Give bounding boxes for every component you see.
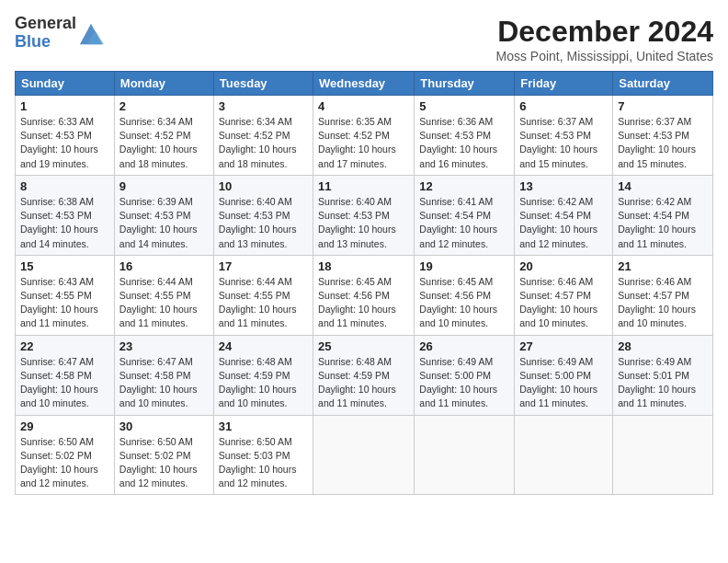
day-info: Sunrise: 6:49 AM Sunset: 5:00 PM Dayligh…	[419, 355, 509, 411]
page-header: General Blue December 2024 Moss Point, M…	[15, 15, 713, 63]
day-info: Sunrise: 6:36 AM Sunset: 4:53 PM Dayligh…	[419, 115, 509, 171]
day-number: 23	[119, 339, 209, 353]
day-info: Sunrise: 6:42 AM Sunset: 4:54 PM Dayligh…	[618, 195, 708, 251]
calendar-week-row: 15 Sunrise: 6:43 AM Sunset: 4:55 PM Dayl…	[16, 255, 713, 335]
weekday-header-monday: Monday	[114, 72, 213, 96]
day-info: Sunrise: 6:50 AM Sunset: 5:03 PM Dayligh…	[219, 435, 308, 491]
day-number: 26	[419, 339, 509, 353]
calendar-cell: 2 Sunrise: 6:34 AM Sunset: 4:52 PM Dayli…	[114, 96, 213, 176]
calendar-cell: 30 Sunrise: 6:50 AM Sunset: 5:02 PM Dayl…	[114, 415, 213, 495]
calendar-cell: 1 Sunrise: 6:33 AM Sunset: 4:53 PM Dayli…	[16, 96, 115, 176]
day-info: Sunrise: 6:34 AM Sunset: 4:52 PM Dayligh…	[119, 115, 209, 171]
day-number: 27	[519, 339, 608, 353]
day-number: 2	[119, 99, 209, 113]
title-block: December 2024 Moss Point, Mississippi, U…	[495, 15, 713, 63]
day-number: 28	[618, 339, 708, 353]
day-number: 6	[519, 99, 608, 113]
day-info: Sunrise: 6:40 AM Sunset: 4:53 PM Dayligh…	[219, 195, 308, 251]
calendar-cell: 16 Sunrise: 6:44 AM Sunset: 4:55 PM Dayl…	[114, 255, 213, 335]
calendar-cell: 6 Sunrise: 6:37 AM Sunset: 4:53 PM Dayli…	[515, 96, 613, 176]
calendar-cell: 9 Sunrise: 6:39 AM Sunset: 4:53 PM Dayli…	[114, 175, 213, 255]
day-info: Sunrise: 6:47 AM Sunset: 4:58 PM Dayligh…	[119, 355, 209, 411]
day-info: Sunrise: 6:37 AM Sunset: 4:53 PM Dayligh…	[618, 115, 708, 171]
day-number: 18	[318, 259, 409, 273]
day-number: 3	[219, 99, 308, 113]
day-number: 9	[119, 179, 209, 193]
day-info: Sunrise: 6:45 AM Sunset: 4:56 PM Dayligh…	[318, 275, 409, 331]
day-number: 7	[618, 99, 708, 113]
weekday-header-wednesday: Wednesday	[313, 72, 415, 96]
day-info: Sunrise: 6:50 AM Sunset: 5:02 PM Dayligh…	[20, 435, 109, 491]
day-info: Sunrise: 6:34 AM Sunset: 4:52 PM Dayligh…	[219, 115, 308, 171]
calendar-cell: 20 Sunrise: 6:46 AM Sunset: 4:57 PM Dayl…	[515, 255, 613, 335]
calendar-cell: 25 Sunrise: 6:48 AM Sunset: 4:59 PM Dayl…	[313, 335, 415, 415]
logo: General Blue	[15, 15, 104, 52]
day-info: Sunrise: 6:46 AM Sunset: 4:57 PM Dayligh…	[618, 275, 708, 331]
day-number: 22	[20, 339, 109, 353]
logo-blue: Blue	[15, 32, 51, 51]
day-number: 15	[20, 259, 109, 273]
day-number: 8	[20, 179, 109, 193]
day-number: 25	[318, 339, 409, 353]
day-number: 19	[419, 259, 509, 273]
day-number: 16	[119, 259, 209, 273]
calendar-cell: 23 Sunrise: 6:47 AM Sunset: 4:58 PM Dayl…	[114, 335, 213, 415]
calendar-cell	[313, 415, 415, 495]
day-number: 20	[519, 259, 608, 273]
day-info: Sunrise: 6:44 AM Sunset: 4:55 PM Dayligh…	[219, 275, 308, 331]
calendar-cell: 13 Sunrise: 6:42 AM Sunset: 4:54 PM Dayl…	[515, 175, 613, 255]
day-number: 29	[20, 419, 109, 433]
day-number: 24	[219, 339, 308, 353]
calendar-cell	[415, 415, 515, 495]
calendar-cell: 10 Sunrise: 6:40 AM Sunset: 4:53 PM Dayl…	[213, 175, 313, 255]
day-info: Sunrise: 6:40 AM Sunset: 4:53 PM Dayligh…	[318, 195, 409, 251]
calendar-cell: 18 Sunrise: 6:45 AM Sunset: 4:56 PM Dayl…	[313, 255, 415, 335]
month-title: December 2024	[495, 15, 713, 49]
day-info: Sunrise: 6:35 AM Sunset: 4:52 PM Dayligh…	[318, 115, 409, 171]
day-number: 1	[20, 99, 109, 113]
day-info: Sunrise: 6:44 AM Sunset: 4:55 PM Dayligh…	[119, 275, 209, 331]
day-info: Sunrise: 6:37 AM Sunset: 4:53 PM Dayligh…	[519, 115, 608, 171]
day-info: Sunrise: 6:48 AM Sunset: 4:59 PM Dayligh…	[318, 355, 409, 411]
day-info: Sunrise: 6:33 AM Sunset: 4:53 PM Dayligh…	[20, 115, 109, 171]
calendar-table: SundayMondayTuesdayWednesdayThursdayFrid…	[15, 71, 713, 495]
day-number: 17	[219, 259, 308, 273]
calendar-cell: 12 Sunrise: 6:41 AM Sunset: 4:54 PM Dayl…	[415, 175, 515, 255]
weekday-header-saturday: Saturday	[613, 72, 713, 96]
day-info: Sunrise: 6:42 AM Sunset: 4:54 PM Dayligh…	[519, 195, 608, 251]
day-info: Sunrise: 6:38 AM Sunset: 4:53 PM Dayligh…	[20, 195, 109, 251]
day-number: 5	[419, 99, 509, 113]
calendar-cell: 7 Sunrise: 6:37 AM Sunset: 4:53 PM Dayli…	[613, 96, 713, 176]
day-info: Sunrise: 6:41 AM Sunset: 4:54 PM Dayligh…	[419, 195, 509, 251]
day-info: Sunrise: 6:48 AM Sunset: 4:59 PM Dayligh…	[219, 355, 308, 411]
day-info: Sunrise: 6:45 AM Sunset: 4:56 PM Dayligh…	[419, 275, 509, 331]
calendar-cell: 22 Sunrise: 6:47 AM Sunset: 4:58 PM Dayl…	[16, 335, 115, 415]
calendar-cell: 26 Sunrise: 6:49 AM Sunset: 5:00 PM Dayl…	[415, 335, 515, 415]
calendar-week-row: 22 Sunrise: 6:47 AM Sunset: 4:58 PM Dayl…	[16, 335, 713, 415]
calendar-cell: 5 Sunrise: 6:36 AM Sunset: 4:53 PM Dayli…	[415, 96, 515, 176]
weekday-header-tuesday: Tuesday	[213, 72, 313, 96]
calendar-cell: 21 Sunrise: 6:46 AM Sunset: 4:57 PM Dayl…	[613, 255, 713, 335]
day-number: 30	[119, 419, 209, 433]
calendar-cell: 4 Sunrise: 6:35 AM Sunset: 4:52 PM Dayli…	[313, 96, 415, 176]
day-info: Sunrise: 6:49 AM Sunset: 5:00 PM Dayligh…	[519, 355, 608, 411]
calendar-cell: 31 Sunrise: 6:50 AM Sunset: 5:03 PM Dayl…	[213, 415, 313, 495]
weekday-header-row: SundayMondayTuesdayWednesdayThursdayFrid…	[16, 72, 713, 96]
calendar-cell: 27 Sunrise: 6:49 AM Sunset: 5:00 PM Dayl…	[515, 335, 613, 415]
calendar-cell: 8 Sunrise: 6:38 AM Sunset: 4:53 PM Dayli…	[16, 175, 115, 255]
calendar-cell: 28 Sunrise: 6:49 AM Sunset: 5:01 PM Dayl…	[613, 335, 713, 415]
location: Moss Point, Mississippi, United States	[495, 49, 713, 63]
calendar-cell: 14 Sunrise: 6:42 AM Sunset: 4:54 PM Dayl…	[613, 175, 713, 255]
day-number: 13	[519, 179, 608, 193]
day-number: 14	[618, 179, 708, 193]
day-info: Sunrise: 6:46 AM Sunset: 4:57 PM Dayligh…	[519, 275, 608, 331]
logo-icon	[78, 20, 104, 46]
day-number: 11	[318, 179, 409, 193]
calendar-cell: 19 Sunrise: 6:45 AM Sunset: 4:56 PM Dayl…	[415, 255, 515, 335]
day-info: Sunrise: 6:49 AM Sunset: 5:01 PM Dayligh…	[618, 355, 708, 411]
calendar-week-row: 29 Sunrise: 6:50 AM Sunset: 5:02 PM Dayl…	[16, 415, 713, 495]
calendar-cell: 3 Sunrise: 6:34 AM Sunset: 4:52 PM Dayli…	[213, 96, 313, 176]
day-number: 31	[219, 419, 308, 433]
weekday-header-sunday: Sunday	[16, 72, 115, 96]
day-info: Sunrise: 6:43 AM Sunset: 4:55 PM Dayligh…	[20, 275, 109, 331]
